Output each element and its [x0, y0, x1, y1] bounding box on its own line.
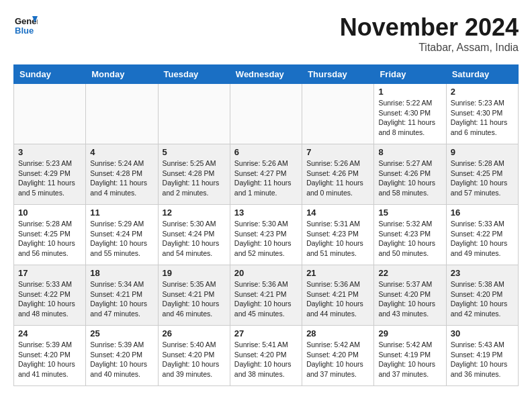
day-info: Sunrise: 5:26 AM Sunset: 4:26 PM Dayligh…: [306, 158, 369, 198]
day-info: Sunrise: 5:30 AM Sunset: 4:24 PM Dayligh…: [163, 219, 226, 259]
day-number: 25: [90, 328, 153, 338]
day-info: Sunrise: 5:32 AM Sunset: 4:23 PM Dayligh…: [378, 219, 441, 259]
week-row-5: 24Sunrise: 5:39 AM Sunset: 4:20 PM Dayli…: [14, 326, 519, 386]
day-number: 13: [234, 208, 298, 218]
day-info: Sunrise: 5:28 AM Sunset: 4:25 PM Dayligh…: [451, 158, 514, 198]
day-number: 27: [234, 328, 298, 338]
day-cell: 1Sunrise: 5:22 AM Sunset: 4:30 PM Daylig…: [374, 84, 446, 144]
day-number: 16: [451, 208, 514, 218]
day-info: Sunrise: 5:39 AM Sunset: 4:20 PM Dayligh…: [90, 340, 153, 379]
day-cell: 20Sunrise: 5:36 AM Sunset: 4:21 PM Dayli…: [230, 265, 302, 326]
day-cell: 5Sunrise: 5:25 AM Sunset: 4:28 PM Daylig…: [158, 144, 230, 205]
location-subtitle: Titabar, Assam, India: [340, 42, 519, 54]
day-number: 3: [18, 147, 81, 157]
day-info: Sunrise: 5:43 AM Sunset: 4:19 PM Dayligh…: [451, 340, 514, 379]
col-header-thursday: Thursday: [302, 65, 374, 84]
col-header-sunday: Sunday: [14, 65, 86, 84]
day-info: Sunrise: 5:35 AM Sunset: 4:21 PM Dayligh…: [163, 279, 226, 319]
day-number: 10: [18, 208, 81, 218]
day-info: Sunrise: 5:37 AM Sunset: 4:20 PM Dayligh…: [378, 279, 441, 319]
day-cell: 19Sunrise: 5:35 AM Sunset: 4:21 PM Dayli…: [158, 265, 230, 326]
day-cell: 2Sunrise: 5:23 AM Sunset: 4:30 PM Daylig…: [446, 84, 518, 144]
day-number: 15: [378, 208, 441, 218]
day-info: Sunrise: 5:23 AM Sunset: 4:30 PM Dayligh…: [451, 98, 514, 138]
day-number: 23: [451, 268, 514, 278]
day-info: Sunrise: 5:40 AM Sunset: 4:20 PM Dayligh…: [163, 340, 226, 379]
day-number: 26: [163, 328, 226, 338]
day-info: Sunrise: 5:23 AM Sunset: 4:29 PM Dayligh…: [18, 158, 81, 198]
day-cell: 10Sunrise: 5:28 AM Sunset: 4:25 PM Dayli…: [14, 205, 86, 265]
day-cell: 13Sunrise: 5:30 AM Sunset: 4:23 PM Dayli…: [230, 205, 302, 265]
week-row-1: 1Sunrise: 5:22 AM Sunset: 4:30 PM Daylig…: [14, 84, 519, 144]
day-cell: 8Sunrise: 5:27 AM Sunset: 4:26 PM Daylig…: [374, 144, 446, 205]
day-cell: 24Sunrise: 5:39 AM Sunset: 4:20 PM Dayli…: [14, 326, 86, 386]
day-cell: 27Sunrise: 5:41 AM Sunset: 4:20 PM Dayli…: [230, 326, 302, 386]
day-cell: [230, 84, 302, 144]
day-info: Sunrise: 5:39 AM Sunset: 4:20 PM Dayligh…: [18, 340, 81, 379]
day-info: Sunrise: 5:33 AM Sunset: 4:22 PM Dayligh…: [18, 279, 81, 319]
day-cell: 16Sunrise: 5:33 AM Sunset: 4:22 PM Dayli…: [446, 205, 518, 265]
day-info: Sunrise: 5:27 AM Sunset: 4:26 PM Dayligh…: [378, 158, 441, 198]
day-number: 5: [163, 147, 226, 157]
month-title: November 2024: [340, 13, 519, 42]
day-info: Sunrise: 5:38 AM Sunset: 4:20 PM Dayligh…: [451, 279, 514, 319]
day-number: 7: [306, 147, 369, 157]
day-cell: 3Sunrise: 5:23 AM Sunset: 4:29 PM Daylig…: [14, 144, 86, 205]
day-cell: 11Sunrise: 5:29 AM Sunset: 4:24 PM Dayli…: [86, 205, 158, 265]
day-cell: 25Sunrise: 5:39 AM Sunset: 4:20 PM Dayli…: [86, 326, 158, 386]
day-cell: 7Sunrise: 5:26 AM Sunset: 4:26 PM Daylig…: [302, 144, 374, 205]
day-cell: 29Sunrise: 5:42 AM Sunset: 4:19 PM Dayli…: [374, 326, 446, 386]
day-number: 18: [90, 268, 153, 278]
day-info: Sunrise: 5:41 AM Sunset: 4:20 PM Dayligh…: [234, 340, 298, 379]
day-cell: 21Sunrise: 5:36 AM Sunset: 4:21 PM Dayli…: [302, 265, 374, 326]
day-info: Sunrise: 5:25 AM Sunset: 4:28 PM Dayligh…: [163, 158, 226, 198]
day-number: 14: [306, 208, 369, 218]
calendar-table: SundayMondayTuesdayWednesdayThursdayFrid…: [13, 64, 519, 386]
day-info: Sunrise: 5:29 AM Sunset: 4:24 PM Dayligh…: [90, 219, 153, 259]
day-cell: 30Sunrise: 5:43 AM Sunset: 4:19 PM Dayli…: [446, 326, 518, 386]
week-row-3: 10Sunrise: 5:28 AM Sunset: 4:25 PM Dayli…: [14, 205, 519, 265]
day-info: Sunrise: 5:33 AM Sunset: 4:22 PM Dayligh…: [451, 219, 514, 259]
day-cell: [86, 84, 158, 144]
day-cell: [14, 84, 86, 144]
day-info: Sunrise: 5:28 AM Sunset: 4:25 PM Dayligh…: [18, 219, 81, 259]
day-cell: 9Sunrise: 5:28 AM Sunset: 4:25 PM Daylig…: [446, 144, 518, 205]
day-cell: 4Sunrise: 5:24 AM Sunset: 4:28 PM Daylig…: [86, 144, 158, 205]
day-number: 1: [378, 87, 441, 97]
col-header-friday: Friday: [374, 65, 446, 84]
day-number: 6: [234, 147, 298, 157]
page-header: General Blue November 2024 Titabar, Assa…: [13, 13, 519, 54]
day-cell: 23Sunrise: 5:38 AM Sunset: 4:20 PM Dayli…: [446, 265, 518, 326]
day-info: Sunrise: 5:31 AM Sunset: 4:23 PM Dayligh…: [306, 219, 369, 259]
week-row-4: 17Sunrise: 5:33 AM Sunset: 4:22 PM Dayli…: [14, 265, 519, 326]
day-cell: 17Sunrise: 5:33 AM Sunset: 4:22 PM Dayli…: [14, 265, 86, 326]
day-number: 19: [163, 268, 226, 278]
day-number: 24: [18, 328, 81, 338]
day-number: 20: [234, 268, 298, 278]
day-number: 4: [90, 147, 153, 157]
day-cell: [158, 84, 230, 144]
col-header-wednesday: Wednesday: [230, 65, 302, 84]
day-cell: 22Sunrise: 5:37 AM Sunset: 4:20 PM Dayli…: [374, 265, 446, 326]
day-cell: 18Sunrise: 5:34 AM Sunset: 4:21 PM Dayli…: [86, 265, 158, 326]
day-cell: 14Sunrise: 5:31 AM Sunset: 4:23 PM Dayli…: [302, 205, 374, 265]
day-number: 12: [163, 208, 226, 218]
col-header-monday: Monday: [86, 65, 158, 84]
day-number: 30: [451, 328, 514, 338]
logo-icon: General Blue: [13, 13, 38, 38]
day-info: Sunrise: 5:22 AM Sunset: 4:30 PM Dayligh…: [378, 98, 441, 138]
day-number: 21: [306, 268, 369, 278]
day-cell: 6Sunrise: 5:26 AM Sunset: 4:27 PM Daylig…: [230, 144, 302, 205]
day-info: Sunrise: 5:36 AM Sunset: 4:21 PM Dayligh…: [306, 279, 369, 319]
day-cell: 26Sunrise: 5:40 AM Sunset: 4:20 PM Dayli…: [158, 326, 230, 386]
day-cell: [302, 84, 374, 144]
day-number: 28: [306, 328, 369, 338]
day-info: Sunrise: 5:42 AM Sunset: 4:20 PM Dayligh…: [306, 340, 369, 379]
day-cell: 12Sunrise: 5:30 AM Sunset: 4:24 PM Dayli…: [158, 205, 230, 265]
svg-text:Blue: Blue: [15, 26, 34, 36]
day-cell: 15Sunrise: 5:32 AM Sunset: 4:23 PM Dayli…: [374, 205, 446, 265]
day-info: Sunrise: 5:24 AM Sunset: 4:28 PM Dayligh…: [90, 158, 153, 198]
title-block: November 2024 Titabar, Assam, India: [340, 13, 519, 54]
calendar-header-row: SundayMondayTuesdayWednesdayThursdayFrid…: [14, 65, 519, 84]
day-number: 11: [90, 208, 153, 218]
